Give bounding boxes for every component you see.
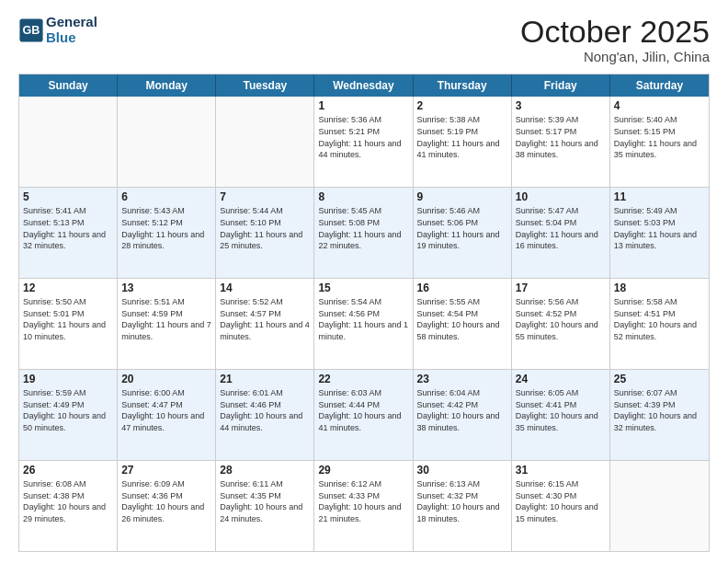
page-header: GB General Blue October 2025 Nong'an, Ji… xyxy=(18,15,710,64)
day-number: 12 xyxy=(23,282,113,294)
day-info: Sunrise: 5:50 AM Sunset: 5:01 PM Dayligh… xyxy=(23,296,113,342)
calendar-cell-4-7: 25Sunrise: 6:07 AM Sunset: 4:39 PM Dayli… xyxy=(610,370,709,460)
day-info: Sunrise: 6:04 AM Sunset: 4:42 PM Dayligh… xyxy=(417,387,507,433)
day-number: 18 xyxy=(614,282,705,294)
day-number: 16 xyxy=(417,282,507,294)
day-info: Sunrise: 6:09 AM Sunset: 4:36 PM Dayligh… xyxy=(121,478,211,524)
day-number: 9 xyxy=(417,190,507,203)
calendar-cell-2-3: 7Sunrise: 5:44 AM Sunset: 5:10 PM Daylig… xyxy=(216,188,314,278)
day-number: 10 xyxy=(516,190,606,203)
day-info: Sunrise: 5:40 AM Sunset: 5:15 PM Dayligh… xyxy=(614,114,705,160)
calendar-row-4: 19Sunrise: 5:59 AM Sunset: 4:49 PM Dayli… xyxy=(19,369,709,460)
day-info: Sunrise: 5:41 AM Sunset: 5:13 PM Dayligh… xyxy=(23,205,113,251)
day-info: Sunrise: 5:58 AM Sunset: 4:51 PM Dayligh… xyxy=(614,296,705,342)
calendar-cell-4-1: 19Sunrise: 5:59 AM Sunset: 4:49 PM Dayli… xyxy=(19,370,118,460)
day-info: Sunrise: 6:12 AM Sunset: 4:33 PM Dayligh… xyxy=(318,478,408,524)
calendar-cell-3-6: 17Sunrise: 5:56 AM Sunset: 4:52 PM Dayli… xyxy=(512,279,610,369)
day-info: Sunrise: 6:01 AM Sunset: 4:46 PM Dayligh… xyxy=(220,387,310,433)
calendar-cell-5-1: 26Sunrise: 6:08 AM Sunset: 4:38 PM Dayli… xyxy=(19,461,118,551)
day-number: 2 xyxy=(417,99,507,112)
calendar-cell-2-6: 10Sunrise: 5:47 AM Sunset: 5:04 PM Dayli… xyxy=(512,188,610,278)
calendar-cell-5-2: 27Sunrise: 6:09 AM Sunset: 4:36 PM Dayli… xyxy=(118,461,216,551)
calendar-cell-3-2: 13Sunrise: 5:51 AM Sunset: 4:59 PM Dayli… xyxy=(118,279,216,369)
header-wednesday: Wednesday xyxy=(314,75,413,97)
calendar-cell-1-3 xyxy=(216,97,314,187)
day-number: 6 xyxy=(121,190,211,203)
day-number: 5 xyxy=(23,190,113,203)
calendar-cell-3-3: 14Sunrise: 5:52 AM Sunset: 4:57 PM Dayli… xyxy=(216,279,314,369)
calendar-header: Sunday Monday Tuesday Wednesday Thursday… xyxy=(19,75,709,97)
day-number: 11 xyxy=(614,190,705,203)
calendar-body: 1Sunrise: 5:36 AM Sunset: 5:21 PM Daylig… xyxy=(19,97,709,551)
day-info: Sunrise: 5:44 AM Sunset: 5:10 PM Dayligh… xyxy=(220,205,310,251)
calendar-cell-4-2: 20Sunrise: 6:00 AM Sunset: 4:47 PM Dayli… xyxy=(118,370,216,460)
day-info: Sunrise: 6:11 AM Sunset: 4:35 PM Dayligh… xyxy=(220,478,310,524)
day-info: Sunrise: 5:56 AM Sunset: 4:52 PM Dayligh… xyxy=(516,296,606,342)
calendar-cell-3-7: 18Sunrise: 5:58 AM Sunset: 4:51 PM Dayli… xyxy=(610,279,709,369)
header-friday: Friday xyxy=(512,75,610,97)
svg-text:GB: GB xyxy=(23,24,40,37)
logo-icon: GB xyxy=(18,17,44,43)
calendar-cell-2-1: 5Sunrise: 5:41 AM Sunset: 5:13 PM Daylig… xyxy=(19,188,118,278)
day-info: Sunrise: 5:54 AM Sunset: 4:56 PM Dayligh… xyxy=(318,296,408,342)
day-number: 13 xyxy=(121,282,211,294)
calendar-cell-2-4: 8Sunrise: 5:45 AM Sunset: 5:08 PM Daylig… xyxy=(314,188,413,278)
day-info: Sunrise: 5:38 AM Sunset: 5:19 PM Dayligh… xyxy=(417,114,507,160)
calendar-cell-1-7: 4Sunrise: 5:40 AM Sunset: 5:15 PM Daylig… xyxy=(610,97,709,187)
day-number: 31 xyxy=(516,464,606,477)
calendar: Sunday Monday Tuesday Wednesday Thursday… xyxy=(18,74,710,552)
day-info: Sunrise: 5:46 AM Sunset: 5:06 PM Dayligh… xyxy=(417,205,507,251)
month-title: October 2025 xyxy=(520,15,710,49)
day-number: 23 xyxy=(417,373,507,385)
day-info: Sunrise: 6:07 AM Sunset: 4:39 PM Dayligh… xyxy=(614,387,705,433)
day-number: 1 xyxy=(318,99,408,112)
calendar-cell-5-5: 30Sunrise: 6:13 AM Sunset: 4:32 PM Dayli… xyxy=(414,461,512,551)
calendar-cell-3-1: 12Sunrise: 5:50 AM Sunset: 5:01 PM Dayli… xyxy=(19,279,118,369)
calendar-cell-3-4: 15Sunrise: 5:54 AM Sunset: 4:56 PM Dayli… xyxy=(314,279,413,369)
day-info: Sunrise: 5:59 AM Sunset: 4:49 PM Dayligh… xyxy=(23,387,113,433)
header-tuesday: Tuesday xyxy=(216,75,314,97)
day-info: Sunrise: 6:05 AM Sunset: 4:41 PM Dayligh… xyxy=(516,387,606,433)
day-info: Sunrise: 5:36 AM Sunset: 5:21 PM Dayligh… xyxy=(318,114,408,160)
day-number: 28 xyxy=(220,464,310,477)
calendar-cell-2-5: 9Sunrise: 5:46 AM Sunset: 5:06 PM Daylig… xyxy=(414,188,512,278)
day-number: 30 xyxy=(417,464,507,477)
day-number: 17 xyxy=(516,282,606,294)
day-info: Sunrise: 5:52 AM Sunset: 4:57 PM Dayligh… xyxy=(220,296,310,342)
day-number: 14 xyxy=(220,282,310,294)
day-number: 25 xyxy=(614,373,705,385)
day-number: 20 xyxy=(121,373,211,385)
header-sunday: Sunday xyxy=(19,75,118,97)
calendar-cell-4-3: 21Sunrise: 6:01 AM Sunset: 4:46 PM Dayli… xyxy=(216,370,314,460)
day-info: Sunrise: 6:15 AM Sunset: 4:30 PM Dayligh… xyxy=(516,478,606,524)
day-number: 4 xyxy=(614,99,705,112)
calendar-cell-4-4: 22Sunrise: 6:03 AM Sunset: 4:44 PM Dayli… xyxy=(314,370,413,460)
calendar-cell-1-2 xyxy=(118,97,216,187)
calendar-cell-5-6: 31Sunrise: 6:15 AM Sunset: 4:30 PM Dayli… xyxy=(512,461,610,551)
logo: GB General Blue xyxy=(18,15,97,45)
day-number: 8 xyxy=(318,190,408,203)
calendar-row-2: 5Sunrise: 5:41 AM Sunset: 5:13 PM Daylig… xyxy=(19,187,709,278)
day-number: 21 xyxy=(220,373,310,385)
day-info: Sunrise: 5:55 AM Sunset: 4:54 PM Dayligh… xyxy=(417,296,507,342)
day-info: Sunrise: 5:43 AM Sunset: 5:12 PM Dayligh… xyxy=(121,205,211,251)
header-monday: Monday xyxy=(118,75,216,97)
calendar-cell-5-7 xyxy=(610,461,709,551)
logo-line2: Blue xyxy=(46,30,97,46)
calendar-row-3: 12Sunrise: 5:50 AM Sunset: 5:01 PM Dayli… xyxy=(19,278,709,369)
calendar-row-5: 26Sunrise: 6:08 AM Sunset: 4:38 PM Dayli… xyxy=(19,460,709,551)
day-number: 27 xyxy=(121,464,211,477)
header-saturday: Saturday xyxy=(610,75,709,97)
logo-line1: General xyxy=(46,15,97,30)
calendar-cell-2-7: 11Sunrise: 5:49 AM Sunset: 5:03 PM Dayli… xyxy=(610,188,709,278)
day-info: Sunrise: 5:45 AM Sunset: 5:08 PM Dayligh… xyxy=(318,205,408,251)
header-thursday: Thursday xyxy=(414,75,512,97)
day-number: 7 xyxy=(220,190,310,203)
calendar-cell-5-3: 28Sunrise: 6:11 AM Sunset: 4:35 PM Dayli… xyxy=(216,461,314,551)
day-number: 24 xyxy=(516,373,606,385)
day-number: 26 xyxy=(23,464,113,477)
day-info: Sunrise: 5:39 AM Sunset: 5:17 PM Dayligh… xyxy=(516,114,606,160)
day-info: Sunrise: 5:47 AM Sunset: 5:04 PM Dayligh… xyxy=(516,205,606,251)
day-number: 22 xyxy=(318,373,408,385)
calendar-cell-5-4: 29Sunrise: 6:12 AM Sunset: 4:33 PM Dayli… xyxy=(314,461,413,551)
